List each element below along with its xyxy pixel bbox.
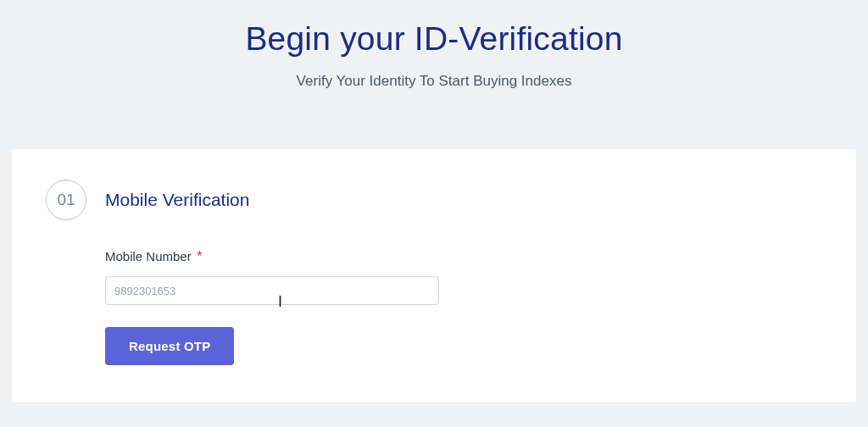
verification-card: 01 Mobile Verification Mobile Number * I…	[12, 149, 856, 402]
mobile-number-input[interactable]	[105, 276, 439, 305]
required-asterisk: *	[197, 249, 202, 263]
mobile-number-label: Mobile Number *	[105, 249, 822, 264]
request-otp-button[interactable]: Request OTP	[105, 327, 234, 365]
step-title: Mobile Verification	[105, 190, 249, 210]
page-title: Begin your ID-Verification	[12, 20, 856, 58]
mobile-label-text: Mobile Number	[105, 249, 192, 263]
page-subtitle: Verify Your Identity To Start Buying Ind…	[12, 73, 856, 90]
step-number-badge: 01	[46, 180, 86, 220]
